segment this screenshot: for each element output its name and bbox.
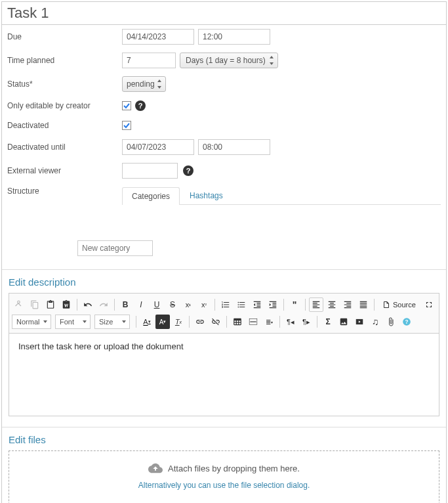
editor-toolbar: B I U S x₂ x² " xyxy=(9,294,439,334)
chevron-down-icon xyxy=(122,320,126,323)
table-icon[interactable] xyxy=(230,315,245,329)
check-icon xyxy=(123,102,131,110)
align-center-icon[interactable] xyxy=(325,297,339,312)
source-icon xyxy=(382,301,390,309)
audio-icon[interactable]: ♫ xyxy=(368,315,382,329)
font-dropdown[interactable]: Font xyxy=(55,315,91,329)
video-icon[interactable] xyxy=(352,315,367,329)
chevron-down-icon xyxy=(83,320,87,323)
main-container: Task 1 Due Time planned Days (1 day = 8 … xyxy=(1,1,447,503)
status-select[interactable]: pending xyxy=(122,76,166,92)
select-arrows-icon xyxy=(156,79,163,89)
rich-text-editor: B I U S x₂ x² " xyxy=(9,293,439,416)
due-time-input[interactable] xyxy=(198,29,270,45)
time-planned-label: Time planned xyxy=(7,56,122,65)
copy-icon[interactable] xyxy=(28,297,42,312)
info-icon[interactable]: ? xyxy=(399,315,414,329)
italic-icon[interactable]: I xyxy=(134,297,148,312)
external-viewer-label: External viewer xyxy=(7,166,122,175)
only-editable-label: Only editable by creator xyxy=(7,101,122,110)
new-category-input[interactable] xyxy=(77,240,153,256)
source-button[interactable]: Source xyxy=(378,297,420,312)
special-char-icon[interactable]: ≣▾ xyxy=(262,315,276,329)
align-justify-icon[interactable] xyxy=(356,297,371,312)
status-value: pending xyxy=(127,79,155,89)
chevron-down-icon xyxy=(43,320,47,323)
tab-categories[interactable]: Categories xyxy=(122,187,180,205)
cloud-upload-icon xyxy=(148,463,163,473)
subscript-icon[interactable]: x₂ xyxy=(181,297,195,312)
edit-files-heading: Edit files xyxy=(2,427,446,450)
page-title: Task 1 xyxy=(2,2,446,25)
bullet-list-icon[interactable] xyxy=(234,297,249,312)
strike-icon[interactable]: S xyxy=(165,297,180,312)
unlink-icon[interactable] xyxy=(209,315,223,329)
deactivated-date-input[interactable] xyxy=(122,139,194,155)
only-editable-checkbox[interactable] xyxy=(122,101,131,110)
dropzone-text: Attach files by dropping them here. xyxy=(168,464,300,473)
redo-icon[interactable] xyxy=(96,297,111,312)
edit-description-heading: Edit description xyxy=(2,270,446,293)
cut-icon[interactable] xyxy=(12,297,26,312)
maximize-icon[interactable] xyxy=(422,297,436,312)
help-icon[interactable]: ? xyxy=(183,165,193,176)
structure-tabs: Categories Hashtags xyxy=(122,186,441,205)
deactivated-checkbox[interactable] xyxy=(122,121,131,130)
editor-content-area[interactable]: Insert the task here or upload the dokum… xyxy=(9,334,439,416)
svg-text:?: ? xyxy=(405,319,409,325)
help-icon[interactable]: ? xyxy=(135,100,146,111)
deactivated-time-input[interactable] xyxy=(198,139,270,155)
paste-word-icon[interactable] xyxy=(59,297,73,312)
deactivated-until-label: Deactivated until xyxy=(7,142,122,152)
size-dropdown[interactable]: Size xyxy=(94,315,130,329)
outdent-icon[interactable] xyxy=(250,297,264,312)
time-unit-value: Days (1 day = 8 hours) xyxy=(186,56,266,65)
due-date-input[interactable] xyxy=(122,29,194,45)
deactivated-label: Deactivated xyxy=(7,121,122,130)
status-label: Status* xyxy=(7,79,122,89)
paste-icon[interactable] xyxy=(43,297,58,312)
file-dropzone[interactable]: Attach files by dropping them here. Alte… xyxy=(9,450,439,503)
bold-icon[interactable]: B xyxy=(118,297,132,312)
image-icon[interactable] xyxy=(336,315,351,329)
remove-format-icon[interactable]: Tx xyxy=(171,315,186,329)
rtl-icon[interactable]: ¶▸ xyxy=(299,315,314,329)
text-color-icon[interactable]: A▾ xyxy=(140,315,154,329)
select-arrows-icon xyxy=(268,56,275,65)
check-icon xyxy=(123,121,131,129)
source-label: Source xyxy=(393,301,416,309)
undo-icon[interactable] xyxy=(81,297,95,312)
link-icon[interactable] xyxy=(193,315,207,329)
file-dialog-link[interactable]: Alternatively you can use the file selec… xyxy=(16,481,432,490)
sigma-icon[interactable]: Σ xyxy=(321,315,335,329)
due-label: Due xyxy=(7,32,122,41)
bg-color-icon[interactable]: A▾ xyxy=(155,315,170,329)
tab-hashtags[interactable]: Hashtags xyxy=(180,186,233,204)
format-dropdown[interactable]: Normal xyxy=(12,315,51,329)
align-right-icon[interactable] xyxy=(340,297,355,312)
hr-icon[interactable] xyxy=(246,315,260,329)
indent-icon[interactable] xyxy=(266,297,280,312)
ltr-icon[interactable]: ¶◂ xyxy=(283,315,298,329)
time-unit-select[interactable]: Days (1 day = 8 hours) xyxy=(180,53,278,68)
superscript-icon[interactable]: x² xyxy=(197,297,211,312)
numbered-list-icon[interactable] xyxy=(218,297,233,312)
structure-label: Structure xyxy=(7,186,122,205)
external-viewer-input[interactable] xyxy=(122,163,178,179)
align-left-icon[interactable] xyxy=(309,297,323,312)
underline-icon[interactable]: U xyxy=(150,297,164,312)
blockquote-icon[interactable]: " xyxy=(287,297,302,312)
time-planned-input[interactable] xyxy=(122,53,176,68)
attachment-icon[interactable] xyxy=(384,315,398,329)
